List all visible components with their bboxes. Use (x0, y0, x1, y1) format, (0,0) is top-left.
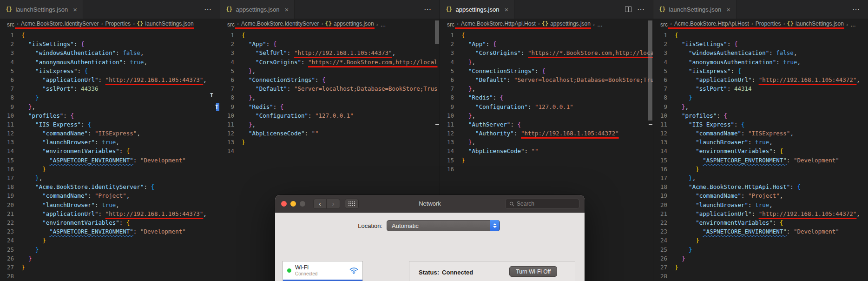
code-line[interactable]: 18 "Acme.BookStore.HttpApi.Host": { (653, 182, 868, 191)
breadcrumb-item[interactable]: src (7, 21, 15, 28)
code-editor[interactable]: 1{2 "iisSettings": {3 "windowsAuthentica… (0, 31, 220, 281)
code-line[interactable]: 11 "IIS Express": { (0, 120, 220, 129)
close-window-button[interactable] (281, 201, 287, 207)
code-line[interactable]: 28 (653, 272, 868, 281)
code-line[interactable]: 10 "Configuration": "127.0.0.1" (220, 111, 440, 120)
code-line[interactable]: 24 } (653, 236, 868, 245)
code-line[interactable]: 28 (0, 272, 220, 281)
tab-close-icon[interactable]: × (284, 6, 289, 13)
back-button[interactable]: ‹ (313, 199, 327, 209)
code-line[interactable]: 21 "applicationUrl": "http://192.168.1.1… (0, 209, 220, 218)
breadcrumb-item[interactable]: Acme.BookStore.HttpApi.Host (674, 20, 750, 27)
code-line[interactable]: 11 }, (220, 120, 440, 129)
location-dropdown[interactable]: Automatic (387, 220, 500, 231)
code-line[interactable]: 17 }, (653, 174, 868, 182)
code-line[interactable]: 15} (440, 156, 653, 165)
code-line[interactable]: 7 "sslPort": 44336 (0, 84, 220, 93)
show-all-button[interactable] (345, 199, 359, 209)
code-line[interactable]: 12 "commandName": "IISExpress", (653, 129, 868, 138)
code-line[interactable]: 12 "AbpLicenseCode": "" (220, 129, 440, 138)
code-line[interactable]: 9 "Configuration": "127.0.0.1" (440, 102, 653, 111)
code-line[interactable]: 6 "applicationUrl": "http://192.168.1.10… (653, 75, 868, 84)
code-line[interactable]: 15 "ASPNETCORE_ENVIRONMENT": "Developmen… (0, 156, 220, 165)
more-actions-icon[interactable]: ⋯ (424, 6, 431, 13)
code-line[interactable]: 19 "commandName": "Project", (653, 191, 868, 200)
breadcrumb-item[interactable]: src (227, 21, 235, 28)
breadcrumb-item[interactable]: src (660, 21, 668, 28)
code-line[interactable]: 7 "sslPort": 44314 (653, 84, 868, 93)
breadcrumb[interactable]: src›Acme.BookStore.HttpApi.Host›{}appset… (440, 19, 653, 31)
editor-tab[interactable]: {} appsettings.json × (220, 0, 295, 19)
code-line[interactable]: 6 "Default": "Server=localhost;Database=… (440, 75, 653, 84)
breadcrumb-item[interactable]: launchSettings.json (145, 20, 194, 27)
search-field[interactable]: Search (505, 199, 579, 209)
breadcrumb-item[interactable]: src (447, 21, 455, 28)
code-line[interactable]: 10 "profiles": { (653, 111, 868, 120)
code-line[interactable]: 2 "iisSettings": { (0, 40, 220, 48)
code-line[interactable]: 16 } (653, 165, 868, 174)
code-line[interactable]: 1{ (220, 31, 440, 40)
code-line[interactable]: 1{ (0, 31, 220, 40)
code-line[interactable]: 4 "anonymousAuthentication": true, (653, 58, 868, 67)
code-line[interactable]: 12 "commandName": "IISExpress", (0, 129, 220, 138)
code-line[interactable]: 13 "launchBrowser": true, (653, 138, 868, 147)
editor-tab[interactable]: {} launchSettings.json × (653, 0, 736, 19)
code-line[interactable]: 27} (653, 263, 868, 272)
turn-wifi-off-button[interactable]: Turn Wi-Fi Off (509, 266, 557, 277)
code-line[interactable]: 14 "environmentVariables": { (0, 147, 220, 155)
code-line[interactable]: 24 } (0, 236, 220, 245)
breadcrumb[interactable]: src›Acme.BookStore.HttpApi.Host›Properti… (653, 19, 868, 31)
code-line[interactable]: 1{ (653, 31, 868, 40)
code-line[interactable]: 14 "AbpLicenseCode": "" (440, 147, 653, 155)
code-line[interactable]: 5 }, (220, 67, 440, 75)
code-line[interactable]: 8 }, (220, 93, 440, 102)
breadcrumb[interactable]: src›Acme.BookStore.IdentityServer›Proper… (0, 19, 220, 31)
code-line[interactable]: 12 "Authority": "http://192.168.1.105:44… (440, 129, 653, 138)
code-line[interactable]: 15 "ASPNETCORE_ENVIRONMENT": "Developmen… (653, 156, 868, 165)
code-line[interactable]: 1{ (440, 31, 653, 40)
breadcrumb[interactable]: src›Acme.BookStore.IdentityServer›{}apps… (220, 19, 440, 31)
code-line[interactable]: 6 "ConnectionStrings": { (220, 75, 440, 84)
code-line[interactable]: 10 }, (440, 111, 653, 120)
code-line[interactable]: 14 (220, 147, 440, 155)
code-line[interactable]: 16 (440, 165, 653, 174)
breadcrumb-item[interactable]: Acme.BookStore.IdentityServer (241, 20, 319, 27)
code-line[interactable]: 3 "windowsAuthentication": false, (0, 48, 220, 57)
code-line[interactable]: 14 "environmentVariables": { (653, 147, 868, 155)
more-actions-icon[interactable]: ⋯ (204, 6, 211, 13)
code-line[interactable]: 19 "commandName": "Project", (0, 191, 220, 200)
code-line[interactable]: 2 "App": { (220, 40, 440, 48)
code-line[interactable]: 3 "windowsAuthentication": false, (653, 48, 868, 57)
code-line[interactable]: 9 }, (0, 102, 220, 111)
breadcrumb-item[interactable]: Properties (755, 20, 782, 27)
code-line[interactable]: 17 }, (0, 174, 220, 182)
code-line[interactable]: 27} (0, 263, 220, 272)
code-line[interactable]: 4 "anonymousAuthentication": true, (0, 58, 220, 67)
breadcrumb-item[interactable]: appsettings.json (333, 20, 375, 27)
code-line[interactable]: 5 "ConnectionStrings": { (440, 67, 653, 75)
code-line[interactable]: 20 "launchBrowser": true, (653, 201, 868, 209)
dialog-titlebar[interactable]: Network ‹ › Search (275, 195, 585, 213)
scrollbar-thumb[interactable] (435, 20, 439, 44)
forward-button[interactable]: › (327, 199, 340, 209)
more-actions-icon[interactable]: ⋯ (852, 6, 860, 13)
code-line[interactable]: 25 } (653, 245, 868, 254)
code-line[interactable]: 25 } (0, 245, 220, 254)
code-line[interactable]: 16 } (0, 165, 220, 174)
code-line[interactable]: 5 "iisExpress": { (0, 67, 220, 75)
code-line[interactable]: 11 "AuthServer": { (440, 120, 653, 129)
code-line[interactable]: 2 "iisSettings": { (653, 40, 868, 48)
zoom-window-button[interactable] (300, 201, 305, 207)
network-service-row[interactable]: Wi-Fi Connected (283, 261, 362, 280)
tab-close-icon[interactable]: × (73, 6, 77, 13)
code-line[interactable]: 3 "CorsOrigins": "https://*.BookStore.co… (440, 48, 653, 57)
code-line[interactable]: 9 }, (653, 102, 868, 111)
split-editor-icon[interactable] (625, 7, 631, 12)
breadcrumb-item[interactable]: Properties (105, 20, 131, 27)
code-line[interactable]: 7 }, (440, 84, 653, 93)
tab-close-icon[interactable]: × (726, 6, 730, 13)
editor-tab[interactable]: {} appsettings.json × (440, 0, 514, 19)
code-line[interactable]: 23 "ASPNETCORE_ENVIRONMENT": "Developmen… (653, 227, 868, 236)
code-line[interactable]: 23 "ASPNETCORE_ENVIRONMENT": "Developmen… (0, 227, 220, 236)
code-line[interactable]: 13 "launchBrowser": true, (0, 138, 220, 147)
